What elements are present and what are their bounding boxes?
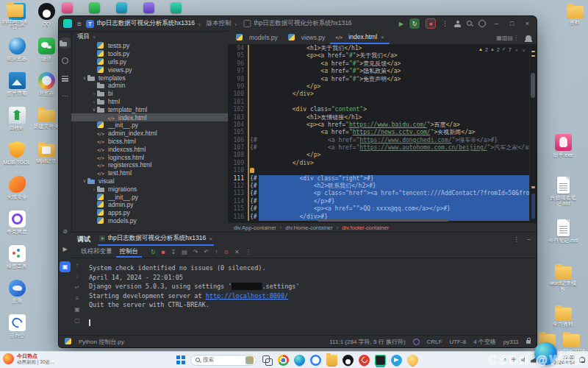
code-line[interactable]: 98 <a href="#">免责声明</a> [228,76,537,83]
desktop-icon[interactable]: 回收站 [3,105,31,140]
tray-expand-icon[interactable]: ∧ [503,357,506,363]
debug-tool-icon[interactable]: ⋮ [245,249,251,255]
debug-tool-icon[interactable]: ↑ [215,249,218,255]
console-output[interactable]: System check identified no issues (0 sil… [83,258,537,336]
interpreter-indicator[interactable]: py311 [503,339,519,345]
tree-item[interactable]: admin.py [71,201,228,209]
breadcrumb-item[interactable]: div.footer-container [333,224,389,231]
desktop-icon[interactable]: word记录模板 [548,262,578,297]
tool-window-icon[interactable]: ▶ [60,244,71,255]
more-tool-windows-icon[interactable]: ⋯ [60,91,71,102]
desktop-shortcut-icon[interactable] [62,2,73,13]
debug-tool-icon[interactable]: ↻ [151,249,156,255]
console-tool-icon[interactable]: ≡ [76,295,79,302]
desktop-icon[interactable]: pycharm项目 [0,0,29,35]
code-line[interactable]: 113 {# <p class="href"><a href="tencent:… [228,190,537,197]
code-line[interactable]: 110 [228,167,537,174]
encoding-indicator[interactable]: UTF-8 [449,339,466,345]
desktop-icon[interactable]: 浏览器 [32,71,60,105]
breadcrumb-item[interactable]: div.Home-container [276,224,333,231]
prev-next-problem-icons[interactable]: ∧ ∨ [515,47,527,52]
tree-chevron-icon[interactable]: › [91,91,97,96]
tool-window-icon[interactable]: ⊘ [60,226,71,237]
taskbar-app-icon[interactable] [326,355,337,366]
commit-tool-window-icon[interactable] [60,55,71,66]
editor-layout-icon[interactable]: ⋮ [513,35,519,41]
more-actions-icon[interactable]: ⋮ [442,20,448,27]
console-tool-icon[interactable]: ▣ [74,306,80,313]
project-name[interactable]: thp日志数据可视化分析系统hx1316 [97,19,195,28]
taskbar-app-icon[interactable] [391,355,402,366]
caret-position[interactable]: 111:1 (284 字符, 5 行 换行符) [329,338,405,346]
line-ending-indicator[interactable]: CRLF [427,339,442,345]
code-line[interactable]: 115 {# <p><a href="">QQ：xxxx@qq.com</a><… [228,205,537,213]
tree-item[interactable]: __init__.py [71,193,228,201]
tree-item[interactable]: apps.py [71,209,228,217]
tree-chevron-icon[interactable]: ∨ [82,75,87,80]
tree-item[interactable]: bicss.html [71,138,228,146]
editor-layout-icon[interactable]: ▤ [507,35,513,41]
desktop-icon[interactable]: 火绒安全 [3,174,31,209]
tree-item[interactable]: tests.py [71,42,228,50]
desktop-icon[interactable]: 今日笔记.md [548,219,578,254]
code-line[interactable]: 106 {# <a href="https://www.dongchedi.co… [228,137,537,144]
tree-item[interactable]: ∨ templates [71,74,228,82]
editor-tab[interactable]: models.py × [231,31,283,44]
code-area[interactable]: 94 <h1>关于我们</h1> 95 <p><a href="#">关于我们<… [228,45,537,222]
start-button[interactable] [176,355,185,364]
panel-options-icon[interactable]: ⋮ [513,236,520,243]
structure-tool-window-icon[interactable] [60,73,71,84]
desktop-icon[interactable]: QQ [32,1,60,36]
desktop-shortcut-icon[interactable] [89,2,100,13]
desktop-icon[interactable]: 蓝湖 [3,278,31,313]
code-line[interactable]: 111 {# <div class="right">#} [228,175,537,183]
titlebar[interactable]: ≡ T thp日志数据可视化分析系统hx1316 ∨ 版本控制 ∨ thp日志数… [59,16,537,32]
debug-tool-icon[interactable]: ↷ [193,249,198,255]
tree-item[interactable]: › html [71,98,228,106]
desktop-icon[interactable]: 云办公 [3,313,31,347]
error-stripe[interactable] [529,45,537,222]
tree-item[interactable]: admin_index.html [71,130,228,138]
settings-gear-icon[interactable] [478,20,486,27]
desktop-icon[interactable]: Mpd记录 [32,140,60,174]
tree-chevron-icon[interactable]: › [91,99,97,104]
hide-panel-icon[interactable]: – [527,236,531,243]
desktop-icon[interactable]: 微信 [32,36,60,71]
project-tool-window-icon[interactable] [60,38,71,49]
desktop-icon[interactable]: 资料 [560,1,588,36]
project-panel-header[interactable]: 项目 ∨ [71,31,228,42]
debug-subtab[interactable]: 控制台 [116,246,143,258]
notification-center-icon[interactable] [579,357,585,363]
editor-layout-icon[interactable]: ▦ [496,35,502,41]
code-line[interactable]: 109 </div> [228,160,537,167]
tool-window-icon[interactable]: ▣ [60,261,71,272]
editor-tab[interactable]: index.html × [330,31,389,44]
debug-tool-icon[interactable]: ▤ [182,249,187,255]
desktop-shortcut-icon[interactable] [143,2,154,13]
status-run-widget[interactable]: Python 控制台.py [79,338,124,346]
language-indicator[interactable]: 中 [512,356,517,364]
browser-assistant-ball[interactable] [534,342,557,365]
rerun-debug-button[interactable]: ↻ [409,18,420,29]
taskbar-app-icon[interactable] [310,355,321,366]
tree-item[interactable]: views.py [71,66,228,74]
editor-tab[interactable]: views.py × [283,31,331,44]
search-highlight-image[interactable] [245,356,254,364]
code-line[interactable]: 107 {# <a href="https://www.autohome.com… [228,144,537,152]
minimize-button[interactable]: – [492,20,501,27]
tree-item[interactable]: test.html [71,169,228,177]
main-menu-icon[interactable]: ≡ [77,20,82,28]
desktop-shortcut-icon[interactable] [171,2,182,13]
task-view-button[interactable] [262,355,273,366]
stripe-warning-mark[interactable] [531,51,535,52]
notifications-bell-icon[interactable] [526,35,531,40]
horizontal-scrollbar[interactable] [318,219,448,222]
taskbar-search[interactable]: 搜索 [190,355,257,366]
console-tool-icon[interactable]: ▢ [74,317,80,324]
desktop-icon[interactable]: 新建文件夹 [32,105,60,140]
run-button[interactable]: ▶ [399,21,404,27]
tree-chevron-icon[interactable]: ∨ [91,107,97,112]
debug-tool-icon[interactable]: ↶ [204,249,209,255]
taskbar-app-icon[interactable] [343,355,354,366]
tree-item[interactable]: admin [71,82,228,90]
